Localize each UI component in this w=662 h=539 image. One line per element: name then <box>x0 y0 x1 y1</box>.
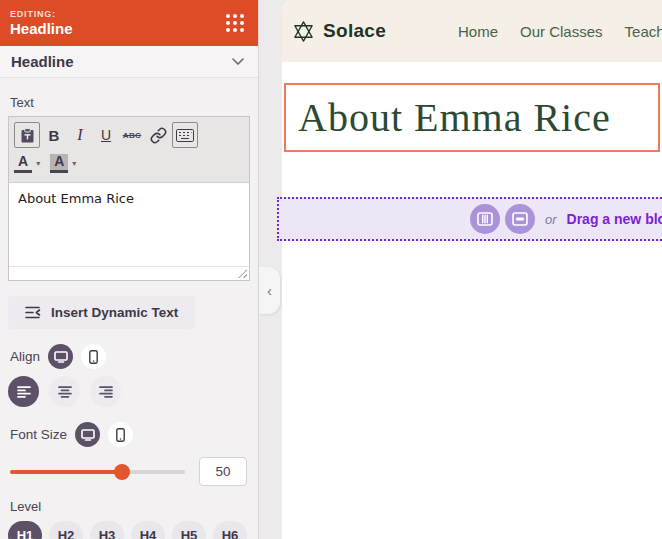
editor-statusbar <box>9 266 249 280</box>
keyboard-shortcuts-button[interactable] <box>172 122 198 148</box>
site-brand[interactable]: Solace <box>292 20 386 43</box>
align-left-button[interactable] <box>8 376 39 407</box>
slider-knob[interactable] <box>114 464 130 480</box>
caret-down-icon: ▾ <box>72 159 76 168</box>
columns-icon <box>477 212 493 226</box>
rich-text-toolbar: B I U ABC <box>9 117 249 183</box>
text-field-label: Text <box>10 95 258 110</box>
level-h6-button[interactable]: H6 <box>213 521 247 539</box>
add-section-button[interactable] <box>505 204 535 234</box>
font-size-desktop-toggle[interactable] <box>75 422 100 447</box>
nav-item-teachers[interactable]: Teachers <box>625 23 662 40</box>
align-buttons <box>8 376 258 407</box>
logo-star-icon <box>292 20 315 43</box>
rich-text-editor: B I U ABC <box>8 116 250 281</box>
site-header: Solace Home Our Classes Teachers <box>282 0 662 62</box>
desktop-icon <box>54 351 68 363</box>
dropzone-drag-label: Drag a new block here! <box>567 211 662 227</box>
section-icon <box>512 212 528 226</box>
level-buttons: H1 H2 H3 H4 H5 H6 <box>8 521 258 539</box>
italic-button[interactable]: I <box>68 123 92 147</box>
align-desktop-toggle[interactable] <box>48 344 73 369</box>
chevron-down-icon <box>232 58 244 65</box>
clipboard-icon <box>21 128 34 143</box>
align-center-button[interactable] <box>49 376 80 407</box>
headline-section-header[interactable]: Headline <box>0 46 258 78</box>
keyboard-icon <box>176 129 194 142</box>
level-h1-button[interactable]: H1 <box>8 521 42 539</box>
align-label: Align <box>10 349 40 364</box>
font-size-label: Font Size <box>10 427 67 442</box>
block-dropzone[interactable]: or Drag a new block here! <box>277 197 662 241</box>
align-right-button[interactable] <box>90 376 121 407</box>
level-h5-button[interactable]: H5 <box>172 521 206 539</box>
mobile-icon <box>116 428 125 442</box>
link-icon <box>150 127 167 144</box>
background-color-button[interactable]: A ▾ <box>50 154 76 173</box>
font-size-slider[interactable] <box>10 464 185 480</box>
font-size-mobile-toggle[interactable] <box>108 422 133 447</box>
brand-name: Solace <box>323 20 386 42</box>
level-h2-button[interactable]: H2 <box>49 521 83 539</box>
insert-dynamic-text-button[interactable]: Insert Dynamic Text <box>8 296 195 329</box>
site-nav: Home Our Classes Teachers <box>458 0 662 62</box>
background-color-letter: A <box>50 154 68 173</box>
dynamic-text-icon <box>25 306 42 319</box>
align-device-row: Align <box>10 344 258 369</box>
underline-button[interactable]: U <box>94 123 118 147</box>
caret-down-icon: ▾ <box>36 159 40 168</box>
font-size-control <box>10 457 258 486</box>
dropzone-or-label: or <box>545 212 557 227</box>
dropzone-content: or Drag a new block here! <box>470 204 662 234</box>
editing-header-text: EDITING: Headline <box>10 9 226 37</box>
align-right-icon <box>99 386 113 398</box>
editing-label: EDITING: <box>10 9 226 19</box>
selected-headline-block[interactable]: About Emma Rice <box>284 83 660 152</box>
headline-text-input[interactable]: About Emma Rice <box>9 183 249 266</box>
nav-item-home[interactable]: Home <box>458 23 498 40</box>
add-columns-button[interactable] <box>470 204 500 234</box>
font-size-input[interactable] <box>199 457 247 486</box>
insert-link-button[interactable] <box>146 123 170 147</box>
preview-headline-text: About Emma Rice <box>298 94 611 141</box>
blocks-grid-icon[interactable] <box>226 14 244 32</box>
font-size-device-row: Font Size <box>10 422 258 447</box>
bold-button[interactable]: B <box>42 123 66 147</box>
page-builder-app: EDITING: Headline Headline Text <box>0 0 662 539</box>
page-preview: Solace Home Our Classes Teachers About E… <box>282 0 662 539</box>
mobile-icon <box>89 350 98 364</box>
desktop-icon <box>81 429 95 441</box>
text-color-letter: A <box>14 154 32 173</box>
insert-dynamic-text-label: Insert Dynamic Text <box>51 305 178 320</box>
editing-header: EDITING: Headline <box>0 0 258 46</box>
level-label: Level <box>10 499 258 514</box>
align-mobile-toggle[interactable] <box>81 344 106 369</box>
resize-grip[interactable] <box>238 269 247 278</box>
section-title: Headline <box>11 53 74 70</box>
text-color-button[interactable]: A ▾ <box>14 154 40 173</box>
align-center-icon <box>58 386 72 398</box>
paste-as-text-button[interactable] <box>14 122 40 148</box>
sidebar-collapse-button[interactable]: ‹ <box>259 267 280 314</box>
level-h3-button[interactable]: H3 <box>90 521 124 539</box>
align-left-icon <box>17 386 31 398</box>
level-h4-button[interactable]: H4 <box>131 521 165 539</box>
editor-sidebar: EDITING: Headline Headline Text <box>0 0 259 539</box>
strikethrough-button[interactable]: ABC <box>120 123 144 147</box>
editing-block-name: Headline <box>10 20 226 37</box>
collapse-chevron-icon: ‹ <box>267 282 272 299</box>
nav-item-our-classes[interactable]: Our Classes <box>520 23 603 40</box>
